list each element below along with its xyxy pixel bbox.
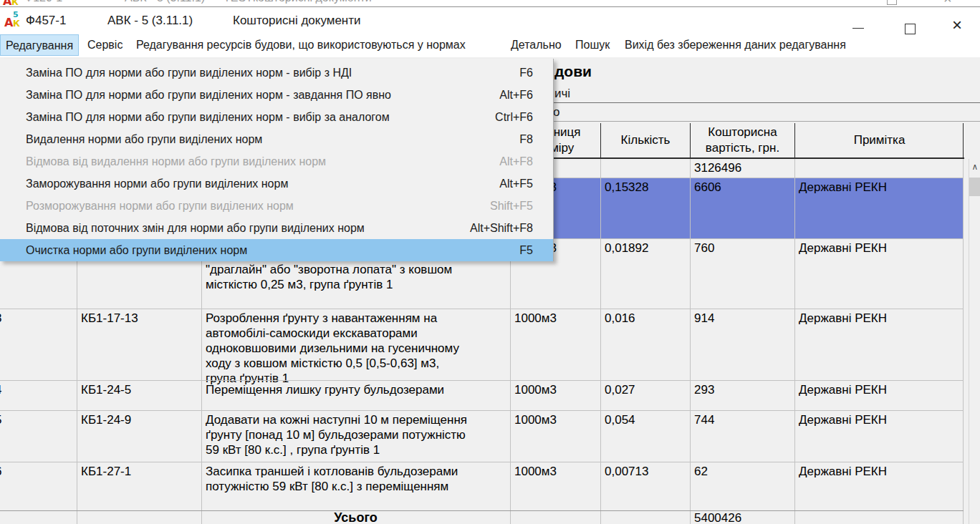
table-cell-num: 6 bbox=[0, 464, 1, 479]
grid-vline bbox=[794, 159, 795, 524]
table-cell-qty: 0,01892 bbox=[605, 241, 648, 256]
table-cell-note: Державні РЕКН bbox=[799, 241, 887, 256]
background-close-button[interactable]: × bbox=[943, 0, 952, 7]
maximize-button[interactable] bbox=[905, 24, 916, 34]
scroll-up-icon[interactable]: ∧ bbox=[969, 160, 980, 173]
logo-letter-k: К bbox=[11, 0, 19, 7]
menu-item-label: Видалення норми або групи виділених норм bbox=[26, 128, 262, 150]
logo-letter-k: К bbox=[13, 19, 20, 29]
menu-item-label: Відмова від поточних змін для норми або … bbox=[26, 217, 365, 239]
window-form-id: Ф457-1 bbox=[26, 14, 66, 28]
table-cell-qty: 0,15328 bbox=[605, 180, 648, 195]
menu-item-delete-norm[interactable]: Видалення норми або групи виділених норм… bbox=[0, 128, 553, 150]
table-cell-cost: 914 bbox=[694, 311, 714, 326]
table-cell-desc: "драглайн" або "зворотна лопата" з ковшо… bbox=[206, 262, 512, 292]
grid-vline bbox=[690, 159, 691, 524]
menu-exit[interactable]: Вихід без збереження даних редагування bbox=[625, 34, 846, 56]
grid-hline bbox=[0, 510, 964, 511]
titlebar: А 5 К Ф457-1 АВК - 5 (3.11.1) Кошторисні… bbox=[0, 7, 980, 34]
column-header-cost: Кошторисна вартість, грн. bbox=[691, 125, 794, 156]
page-title-fragment: дови bbox=[554, 63, 592, 80]
grid-vline bbox=[963, 159, 964, 524]
table-cell-qty: 0,016 bbox=[605, 311, 635, 326]
background-maximize-button[interactable] bbox=[887, 0, 897, 5]
table-cell-note: Державні РЕКН bbox=[799, 382, 887, 397]
menu-service[interactable]: Сервіс bbox=[87, 34, 123, 56]
table-cell-desc: Розроблення ґрунту з навантаженням на ав… bbox=[206, 311, 512, 386]
scrollbar-thumb[interactable] bbox=[969, 178, 980, 196]
table-cell-num: 5 bbox=[0, 412, 1, 427]
menu-item-label: Заморожування норми або групи виділених … bbox=[26, 173, 288, 195]
column-header-quantity: Кількість bbox=[601, 123, 690, 157]
table-cell-code: КБ1-24-5 bbox=[81, 382, 131, 397]
menu-item-shortcut: Alt+F6 bbox=[499, 84, 533, 106]
close-button[interactable]: × bbox=[952, 16, 962, 34]
header-divider bbox=[690, 123, 691, 157]
table-cell-code: КБ1-27-1 bbox=[81, 464, 131, 479]
menu-item-shortcut: Alt+F5 bbox=[499, 173, 533, 195]
avk-app-icon: А 5 К bbox=[3, 0, 19, 6]
table-cell-note: Державні РЕКН bbox=[799, 311, 887, 326]
menubar: Редагування Сервіс Редагування ресурсів … bbox=[0, 34, 980, 57]
table-cell-qty: 0,054 bbox=[605, 412, 635, 427]
menu-item-shortcut: Shift+F5 bbox=[490, 195, 533, 217]
grid-hline bbox=[0, 380, 964, 381]
total-row-label: Усього bbox=[201, 510, 510, 524]
menu-item-label: Очистка норми або групи виділених норм bbox=[26, 239, 247, 261]
background-window-doc-title: TESTкошторисні документи bbox=[224, 0, 372, 4]
menu-item-freeze-norm[interactable]: Заморожування норми або групи виділених … bbox=[0, 173, 553, 195]
menu-search[interactable]: Пошук bbox=[575, 34, 610, 56]
table-cell-cost: 62 bbox=[694, 464, 708, 479]
menu-item-undo-current-changes[interactable]: Відмова від поточних змін для норми або … bbox=[0, 217, 553, 239]
table-cell-note: Державні РЕКН bbox=[799, 180, 887, 195]
table-cell-note: Державні РЕКН bbox=[799, 464, 887, 479]
table-cell-qty: 0,027 bbox=[605, 382, 635, 397]
table-cell-unit: 1000м3 bbox=[514, 412, 557, 427]
menu-editing[interactable]: Редагування bbox=[0, 34, 79, 56]
table-cell-code: КБ1-17-13 bbox=[81, 311, 138, 326]
table-cell-note: Державні РЕКН bbox=[799, 412, 887, 427]
avk-app-icon: А 5 К bbox=[4, 11, 23, 30]
menu-item-replace-po-explicit[interactable]: Заміна ПО для норми або групи виділених … bbox=[0, 84, 553, 106]
table-cell-unit: 1000м3 bbox=[514, 464, 557, 479]
menu-item-shortcut: Alt+Shift+F8 bbox=[470, 217, 533, 239]
menu-item-shortcut: Alt+F8 bbox=[499, 150, 533, 173]
menu-item-shortcut: F5 bbox=[519, 239, 533, 261]
window-doc-title: Кошторисні документи bbox=[233, 14, 361, 28]
menu-item-undo-delete: Відмова від видалення норми або групи ви… bbox=[0, 150, 553, 173]
menu-item-label: Відмова від видалення норми або групи ви… bbox=[26, 150, 326, 173]
menu-resources[interactable]: Редагування ресурсів будови, що використ… bbox=[136, 34, 466, 56]
table-cell-cost: 293 bbox=[694, 382, 714, 397]
menu-item-shortcut: F8 bbox=[519, 128, 533, 150]
menu-item-label: Заміна ПО для норми або групи виділених … bbox=[26, 84, 391, 106]
table-cell-num: 3 bbox=[0, 311, 1, 326]
menu-item-replace-po-ndi[interactable]: Заміна ПО для норми або групи виділених … bbox=[0, 62, 553, 84]
logo-letter-a: А bbox=[3, 0, 11, 7]
table-cell-num: 4 bbox=[0, 382, 1, 397]
editing-dropdown-menu: Заміна ПО для норми або групи виділених … bbox=[0, 59, 554, 261]
grid-hline bbox=[0, 410, 964, 411]
header-divider bbox=[794, 123, 795, 157]
grid-hline bbox=[0, 462, 964, 462]
menu-item-replace-po-analog[interactable]: Заміна ПО для норми або групи виділених … bbox=[0, 106, 553, 128]
header-divider bbox=[963, 123, 964, 157]
minimize-button[interactable] bbox=[852, 28, 864, 29]
table-cell-cost: 744 bbox=[694, 412, 714, 427]
logo-letter-a: А bbox=[4, 16, 13, 29]
menu-detail[interactable]: Детально bbox=[511, 34, 562, 56]
page-subtitle-fragment: ичі bbox=[554, 87, 570, 101]
total-row-cost: 5400426 bbox=[694, 510, 741, 524]
menu-item-label: Заміна ПО для норми або групи виділених … bbox=[26, 106, 390, 128]
vertical-scrollbar[interactable]: ∧ bbox=[969, 159, 980, 524]
menu-item-clear-norm[interactable]: Очистка норми або групи виділених норм F… bbox=[0, 239, 553, 261]
background-window-titlebar: А 5 К Ф120-1 АВК - 5 (3.11.1) TESTкоштор… bbox=[0, 0, 980, 7]
grid-hline bbox=[0, 309, 964, 309]
page-text-fragment: о bbox=[553, 105, 559, 120]
header-divider bbox=[600, 123, 601, 157]
menu-item-label: Заміна ПО для норми або групи виділених … bbox=[26, 62, 352, 84]
table-cell-cost: 6606 bbox=[694, 180, 721, 195]
table-cell-unit: 1000м3 bbox=[514, 382, 557, 397]
window-app-title: АВК - 5 (3.11.1) bbox=[107, 14, 193, 28]
menu-item-unfreeze-norm: Розморожування норми або групи виділених… bbox=[0, 195, 553, 217]
background-window-app-title: АВК - 5 (3.11.1) bbox=[125, 0, 205, 4]
